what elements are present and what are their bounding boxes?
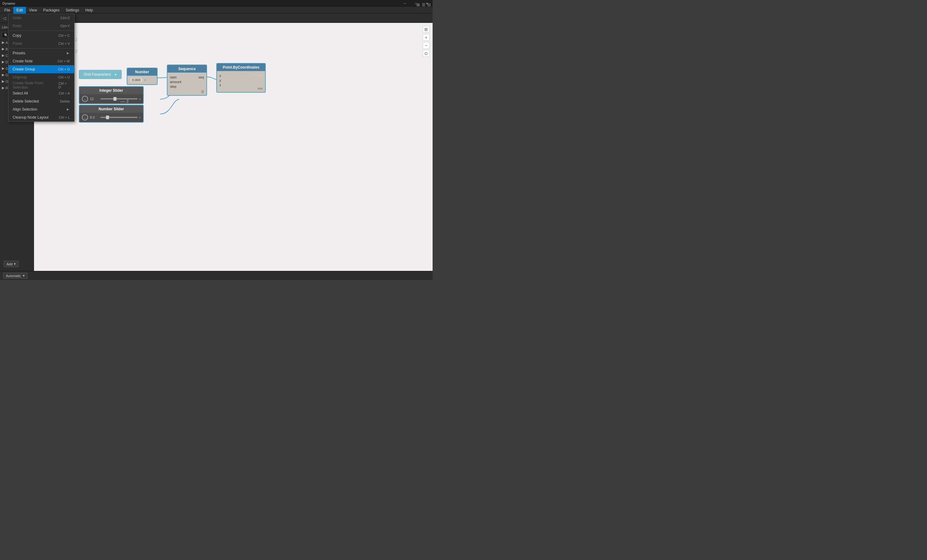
sequence-body: start seq amount step |||	[167, 73, 207, 95]
point-port-z: z	[219, 83, 221, 87]
point-row-y: y	[219, 79, 248, 82]
menu-copy[interactable]: Copy Ctrl + C	[8, 32, 74, 39]
point-port-y: y	[219, 79, 221, 82]
integer-slider-value: 12	[90, 97, 99, 101]
menu-select-all[interactable]: Select All Ctrl + A	[8, 89, 74, 97]
paste-label: Paste	[13, 41, 22, 46]
execution-mode-dropdown[interactable]: Automatic ▾	[3, 273, 27, 279]
sequence-port-amount: amount	[170, 80, 181, 84]
sequence-row-start: start seq	[170, 75, 204, 79]
point-body: x y z Point xxx	[217, 71, 265, 92]
menu-create-group[interactable]: Create Group Ctrl + G	[8, 65, 74, 73]
add-button[interactable]: Add ▾	[4, 261, 18, 267]
integer-slider-header: Integer Slider	[79, 87, 143, 94]
redo-label: Redo	[13, 24, 21, 28]
zoom-in-button[interactable]: +	[423, 34, 430, 41]
canvas-area[interactable]: Grid Parameters ● Number 0.000 › Sequenc…	[34, 23, 433, 271]
menu-packages[interactable]: Packages	[40, 7, 63, 14]
number-slider-title: Number Slider	[99, 107, 124, 111]
number-slider-thumb[interactable]	[106, 115, 109, 119]
menu-ungroup[interactable]: Ungroup Ctrl + U	[8, 73, 74, 81]
integer-slider-chevron[interactable]: ⌄	[82, 96, 88, 102]
select-all-shortcut: Ctrl + A	[59, 91, 70, 95]
cleanup-label: Cleanup Node Layout	[13, 115, 49, 120]
sequence-title: Sequence	[178, 67, 196, 71]
number-slider-track[interactable]	[100, 117, 137, 118]
zoom-fit-button[interactable]: ⊞	[423, 26, 430, 33]
chevron-icon: ▶	[2, 41, 4, 44]
layout-icon-1[interactable]: ⊞	[416, 3, 420, 7]
integer-slider-body: ⌄ 12 ›	[79, 94, 143, 103]
menu-align-selection[interactable]: Align Selection ►	[8, 105, 74, 113]
copy-shortcut: Ctrl + C	[58, 34, 70, 37]
number-value[interactable]: 0.000	[130, 77, 143, 83]
number-node[interactable]: Number 0.000 ›	[127, 68, 158, 85]
ungroup-label: Ungroup	[13, 75, 27, 79]
integer-slider-track[interactable]	[100, 98, 137, 99]
toolbar-back-icon[interactable]: ◁	[0, 14, 9, 23]
paste-shortcut: Ctrl + V	[58, 42, 70, 46]
copy-label: Copy	[13, 33, 21, 38]
integer-slider-node[interactable]: Integer Slider ⌄ 12 ›	[79, 86, 144, 104]
zoom-controls: ⊞ + − ⊙	[423, 26, 430, 57]
point-row-x: x	[219, 74, 248, 77]
align-selection-label: Align Selection	[13, 107, 37, 111]
menu-settings[interactable]: Settings	[63, 7, 82, 14]
grid-params-node[interactable]: Grid Parameters ●	[79, 70, 122, 79]
number-title: Number	[135, 70, 149, 74]
chevron-icon-7: ▶	[2, 79, 4, 83]
menu-delete-selected[interactable]: Delete Selected Delete	[8, 97, 74, 105]
menu-help[interactable]: Help	[82, 7, 96, 14]
menu-paste[interactable]: Paste Ctrl + V	[8, 39, 74, 47]
create-node-shortcut: Ctrl + D	[58, 82, 70, 89]
sequence-port-step: step	[170, 85, 176, 88]
number-slider-header: Number Slider	[79, 105, 143, 113]
title-bar: Dynamo ─ □ ✕	[0, 0, 433, 7]
bottom-bar: Automatic ▾	[0, 271, 433, 280]
create-group-shortcut: Ctrl + G	[58, 67, 70, 71]
point-out-point: Point	[254, 73, 263, 77]
point-node[interactable]: Point.ByCoordinates x y z Point xxx	[216, 63, 266, 93]
chevron-icon-5: ▶	[2, 67, 4, 70]
menu-presets[interactable]: Presets ►	[8, 49, 74, 57]
minimize-button[interactable]: ─	[399, 0, 410, 7]
delete-selected-label: Delete Selected	[13, 99, 39, 103]
menu-cleanup-node-layout[interactable]: Cleanup Node Layout Ctrl + L	[8, 113, 74, 121]
zoom-out-button[interactable]: −	[423, 42, 430, 49]
zoom-reset-button[interactable]: ⊙	[423, 50, 430, 57]
separator-1	[8, 30, 74, 31]
presets-label: Presets	[13, 51, 25, 55]
point-title: Point.ByCoordinates	[223, 65, 260, 70]
sequence-node[interactable]: Sequence start seq amount step |||	[167, 65, 207, 96]
sequence-node-header: Sequence	[167, 65, 207, 73]
chevron-icon-3: ▶	[2, 53, 4, 58]
menu-bar: File Edit View Packages Settings Help	[0, 7, 433, 14]
number-slider-body: ⌄ 9.3 ›	[79, 113, 143, 122]
undo-shortcut: Ctrl+Z	[61, 16, 70, 20]
layout-icon-2[interactable]: ☰	[422, 3, 426, 7]
grid-params-port: ●	[114, 72, 117, 77]
grid-params-label: Grid Parameters	[84, 72, 111, 77]
number-slider-node[interactable]: Number Slider ⌄ 9.3 ›	[79, 105, 144, 123]
execution-mode-arrow: ▾	[23, 274, 25, 278]
edit-dropdown-menu: Undo Ctrl+Z Redo Ctrl+Y Copy Ctrl + C Pa…	[8, 14, 74, 122]
point-port-x: x	[219, 74, 221, 77]
connections-svg	[34, 23, 433, 271]
menu-undo[interactable]: Undo Ctrl+Z	[8, 14, 74, 22]
menu-edit[interactable]: Edit	[13, 7, 26, 14]
integer-slider-arrow: ›	[139, 97, 141, 101]
select-all-label: Select All	[13, 91, 28, 96]
create-note-shortcut: Ctrl + W	[58, 59, 70, 63]
create-note-label: Create Note	[13, 59, 33, 63]
integer-slider-thumb[interactable]	[113, 97, 117, 101]
menu-view[interactable]: View	[26, 7, 40, 14]
app-title: Dynamo	[3, 2, 15, 5]
layout-icon-3[interactable]: ⊟	[427, 3, 431, 7]
separator-2	[8, 48, 74, 49]
menu-redo[interactable]: Redo Ctrl+Y	[8, 22, 74, 30]
menu-create-note[interactable]: Create Note Ctrl + W	[8, 57, 74, 65]
menu-file[interactable]: File	[1, 7, 13, 14]
menu-create-node-from-selection[interactable]: Create Node From Selection Ctrl + D	[8, 81, 74, 89]
number-slider-chevron[interactable]: ⌄	[82, 114, 88, 120]
number-out-arrow: ›	[144, 78, 146, 82]
